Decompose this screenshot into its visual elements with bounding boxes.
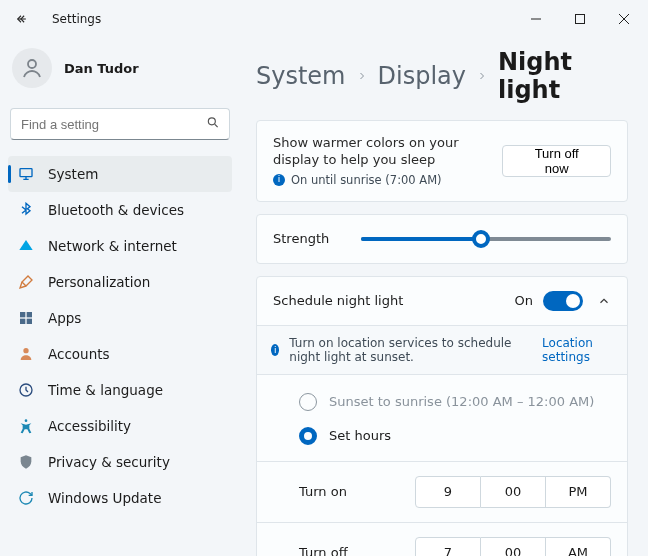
accessibility-icon [18, 418, 34, 434]
turn-off-label: Turn off [299, 545, 409, 556]
sidebar-item-label: Time & language [48, 382, 163, 398]
sidebar-item-label: Accessibility [48, 418, 131, 434]
close-button[interactable] [602, 3, 646, 35]
sidebar-item-label: Apps [48, 310, 81, 326]
turn-off-ampm[interactable]: AM [546, 537, 611, 556]
turn-on-hour[interactable]: 9 [415, 476, 481, 508]
option-sunset[interactable]: Sunset to sunrise (12:00 AM – 12:00 AM) [299, 385, 619, 419]
bluetooth-icon [18, 202, 34, 218]
intro-text: Show warmer colors on your display to he… [273, 135, 490, 169]
search-box[interactable] [10, 108, 230, 140]
chevron-right-icon [476, 70, 488, 82]
turn-on-label: Turn on [299, 484, 409, 499]
sidebar-item-system[interactable]: System [8, 156, 232, 192]
banner-text: Turn on location services to schedule ni… [289, 336, 532, 364]
back-button[interactable] [16, 13, 28, 25]
intro-status: On until sunrise (7:00 AM) [291, 173, 442, 187]
sidebar-item-label: Accounts [48, 346, 110, 362]
turn-on-ampm[interactable]: PM [546, 476, 611, 508]
sidebar-item-label: Personalization [48, 274, 150, 290]
schedule-state: On [515, 293, 533, 308]
search-input[interactable] [10, 108, 230, 140]
sidebar-item-network[interactable]: Network & internet [8, 228, 232, 264]
breadcrumb-system[interactable]: System [256, 62, 346, 90]
schedule-options: Sunset to sunrise (12:00 AM – 12:00 AM) … [257, 375, 627, 461]
sidebar: Dan Tudor SystemBluetooth & devicesNetwo… [0, 38, 240, 556]
location-banner: i Turn on location services to schedule … [257, 325, 627, 375]
svg-rect-6 [20, 319, 25, 324]
schedule-toggle[interactable] [543, 291, 583, 311]
minimize-button[interactable] [514, 3, 558, 35]
breadcrumb-display[interactable]: Display [378, 62, 466, 90]
maximize-button[interactable] [558, 3, 602, 35]
strength-card: Strength [256, 214, 628, 264]
turn-on-row: Turn on 9 00 PM [257, 462, 627, 522]
svg-rect-0 [576, 15, 585, 24]
breadcrumb-current: Night light [498, 48, 628, 104]
schedule-card: Schedule night light On i Turn on locati… [256, 276, 628, 556]
sidebar-item-update[interactable]: Windows Update [8, 480, 232, 516]
sidebar-item-label: Bluetooth & devices [48, 202, 184, 218]
chevron-right-icon [356, 70, 368, 82]
slider-thumb[interactable] [472, 230, 490, 248]
sidebar-item-label: Network & internet [48, 238, 177, 254]
option-set-hours-label: Set hours [329, 428, 391, 443]
brush-icon [18, 274, 34, 290]
person-icon [18, 346, 34, 362]
titlebar: Settings [0, 0, 648, 38]
radio-icon [299, 393, 317, 411]
update-icon [18, 490, 34, 506]
user-panel[interactable]: Dan Tudor [8, 44, 232, 102]
night-light-intro-card: Show warmer colors on your display to he… [256, 120, 628, 202]
sidebar-item-label: Windows Update [48, 490, 161, 506]
svg-point-8 [23, 348, 28, 353]
breadcrumb: System Display Night light [256, 44, 628, 120]
sidebar-item-privacy[interactable]: Privacy & security [8, 444, 232, 480]
svg-rect-3 [20, 169, 32, 177]
apps-icon [18, 310, 34, 326]
sidebar-item-label: System [48, 166, 98, 182]
turn-off-row: Turn off 7 00 AM [257, 522, 627, 556]
sidebar-nav: SystemBluetooth & devicesNetwork & inter… [8, 156, 232, 516]
info-icon: i [271, 344, 279, 356]
sidebar-item-bluetooth[interactable]: Bluetooth & devices [8, 192, 232, 228]
svg-point-10 [25, 419, 28, 422]
clock-icon [18, 382, 34, 398]
strength-label: Strength [273, 231, 329, 246]
radio-icon [299, 427, 317, 445]
option-set-hours[interactable]: Set hours [299, 419, 619, 453]
turn-on-minute[interactable]: 00 [481, 476, 546, 508]
wifi-icon [18, 238, 34, 254]
sidebar-item-time[interactable]: Time & language [8, 372, 232, 408]
schedule-label: Schedule night light [273, 293, 403, 308]
turn-off-hour[interactable]: 7 [415, 537, 481, 556]
avatar [12, 48, 52, 88]
turn-off-now-button[interactable]: Turn off now [502, 145, 611, 177]
location-settings-link[interactable]: Location settings [542, 336, 613, 364]
sidebar-item-label: Privacy & security [48, 454, 170, 470]
monitor-icon [18, 166, 34, 182]
svg-rect-5 [27, 312, 32, 317]
main-content: System Display Night light Show warmer c… [240, 38, 648, 556]
option-sunset-label: Sunset to sunrise (12:00 AM – 12:00 AM) [329, 394, 594, 409]
sidebar-item-accessibility[interactable]: Accessibility [8, 408, 232, 444]
svg-rect-7 [27, 319, 32, 324]
sidebar-item-accounts[interactable]: Accounts [8, 336, 232, 372]
time-section: Turn on 9 00 PM Turn off 7 00 AM [257, 461, 627, 556]
sidebar-item-apps[interactable]: Apps [8, 300, 232, 336]
shield-icon [18, 454, 34, 470]
turn-off-minute[interactable]: 00 [481, 537, 546, 556]
window-title: Settings [52, 12, 101, 26]
sidebar-item-personalization[interactable]: Personalization [8, 264, 232, 300]
svg-point-1 [28, 60, 36, 68]
chevron-up-icon[interactable] [597, 294, 611, 308]
svg-rect-4 [20, 312, 25, 317]
user-name: Dan Tudor [64, 61, 139, 76]
info-icon: i [273, 174, 285, 186]
strength-slider[interactable] [361, 229, 611, 249]
